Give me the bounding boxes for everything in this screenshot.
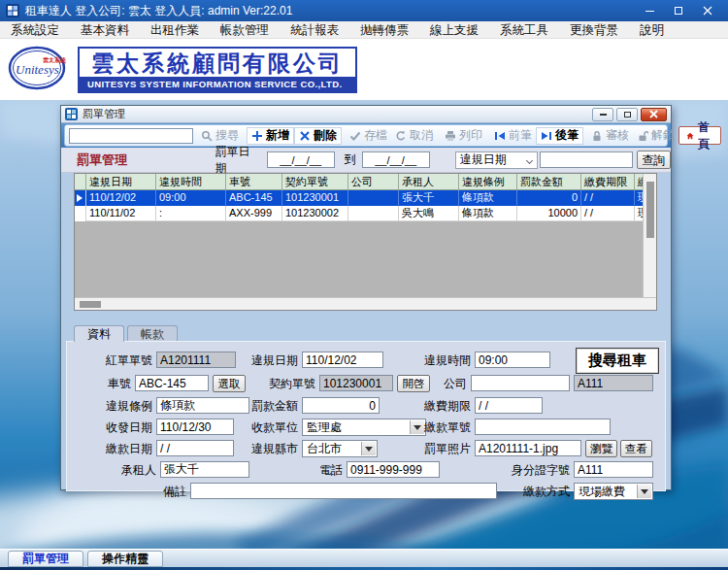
tab-data[interactable]: 資料 bbox=[74, 325, 124, 342]
next-record-button[interactable]: 後筆 bbox=[536, 127, 583, 145]
view-button[interactable]: 查看 bbox=[620, 440, 652, 457]
print-label: 列印 bbox=[459, 127, 482, 144]
violation-date-field[interactable] bbox=[302, 352, 383, 368]
col-car-no[interactable]: 車號 bbox=[226, 174, 282, 189]
car-field[interactable] bbox=[135, 375, 209, 391]
dialog-icon bbox=[65, 108, 78, 120]
filter-keyword-input[interactable] bbox=[540, 151, 633, 168]
col-pay-method[interactable]: 繳 bbox=[635, 174, 643, 189]
grid-corner-cell bbox=[75, 174, 86, 189]
receive-date-field[interactable] bbox=[156, 419, 234, 435]
scrollbar-thumb[interactable] bbox=[80, 301, 101, 308]
close-icon[interactable] bbox=[693, 0, 722, 21]
col-contract-no[interactable]: 契約單號 bbox=[282, 174, 348, 189]
id-label: 身分證字號 bbox=[504, 461, 570, 479]
app-icon bbox=[6, 4, 19, 17]
open-contract-button[interactable]: 開啓 bbox=[397, 375, 430, 392]
payment-no-field[interactable] bbox=[475, 419, 611, 435]
cancel-button[interactable]: 取消 bbox=[391, 127, 437, 145]
save-button[interactable]: 存檔 bbox=[346, 127, 391, 145]
previous-record-label: 前筆 bbox=[509, 127, 532, 144]
city-select[interactable]: 台北市 bbox=[302, 440, 378, 457]
menu-item-voucher-transfer[interactable]: 拋轉傳票 bbox=[349, 21, 419, 39]
menu-item-rental-operations[interactable]: 出租作業 bbox=[140, 21, 210, 39]
previous-record-button[interactable]: 前筆 bbox=[490, 127, 536, 145]
maximize-icon[interactable] bbox=[664, 0, 693, 21]
minimize-icon[interactable] bbox=[635, 0, 664, 21]
next-record-label: 後筆 bbox=[555, 127, 579, 144]
date-from-input[interactable] bbox=[267, 151, 335, 168]
dialog-close-icon[interactable] bbox=[641, 108, 667, 121]
col-company[interactable]: 公司 bbox=[348, 174, 399, 189]
city-value: 台北市 bbox=[307, 441, 342, 457]
company-banner: Unitesys 雲太系統 雲太系統顧問有限公司 UNITESYS SYSTEM… bbox=[0, 39, 728, 100]
menu-item-system-tools[interactable]: 系統工具 bbox=[489, 21, 559, 39]
chevron-down-icon bbox=[525, 156, 532, 163]
photo-label: 罰單照片 bbox=[397, 440, 471, 457]
dropdown-arrow-icon[interactable] bbox=[361, 442, 376, 455]
company-field[interactable] bbox=[471, 375, 570, 391]
add-label: 新增 bbox=[266, 127, 289, 144]
grid-header-row: 違規日期 違規時間 車號 契約單號 公司 承租人 違規條例 罰款金額 繳費期限 … bbox=[75, 174, 643, 190]
menu-item-system-settings[interactable]: 系統設定 bbox=[0, 21, 70, 39]
menu-item-basic-data[interactable]: 基本資料 bbox=[70, 21, 140, 39]
menu-item-online-support[interactable]: 線上支援 bbox=[419, 21, 489, 39]
menu-item-change-background[interactable]: 更換背景 bbox=[559, 21, 629, 39]
dropdown-arrow-icon[interactable] bbox=[637, 485, 651, 498]
contract-field[interactable] bbox=[319, 375, 393, 391]
agency-value: 監理處 bbox=[307, 419, 342, 436]
clause-label: 違規條例 bbox=[75, 397, 152, 415]
pay-date-field[interactable] bbox=[156, 440, 234, 456]
photo-field[interactable] bbox=[475, 440, 581, 456]
toolbar-search-input[interactable] bbox=[69, 128, 193, 144]
menu-item-help[interactable]: 說明 bbox=[629, 21, 675, 39]
table-row[interactable]: 110/11/02 : AXX-999 101230002 吳大鳴 條項款 10… bbox=[75, 206, 643, 221]
filter-field-select[interactable]: 違規日期 bbox=[455, 151, 538, 169]
table-row[interactable]: 110/12/02 09:00 ABC-145 101230001 張大千 條項… bbox=[75, 190, 643, 206]
delete-button[interactable]: 刪除 bbox=[294, 127, 342, 145]
menu-item-account-management[interactable]: 帳款管理 bbox=[210, 21, 280, 39]
home-icon bbox=[686, 130, 694, 142]
pay-method-select[interactable]: 現場繳費 bbox=[574, 483, 653, 500]
pick-car-button[interactable]: 選取 bbox=[213, 375, 246, 392]
taskbar-tab-wizard[interactable]: 操作精靈 bbox=[87, 551, 163, 567]
violation-time-field[interactable] bbox=[475, 352, 550, 368]
grid-vertical-scrollbar[interactable] bbox=[643, 174, 656, 297]
col-amount[interactable]: 罰款金額 bbox=[517, 174, 581, 189]
col-due-date[interactable]: 繳費期限 bbox=[581, 174, 635, 189]
company-label: 公司 bbox=[432, 375, 467, 392]
unlock-button[interactable]: 解鎖 bbox=[633, 127, 678, 145]
audit-button[interactable]: 審核 bbox=[587, 127, 633, 145]
col-violation-date[interactable]: 違規日期 bbox=[86, 174, 156, 189]
tab-account[interactable]: 帳款 bbox=[127, 325, 178, 342]
red-ticket-field[interactable] bbox=[156, 352, 236, 368]
note-field[interactable] bbox=[190, 483, 497, 499]
col-clause[interactable]: 違規條例 bbox=[459, 174, 517, 189]
filter-field-value: 違規日期 bbox=[460, 151, 507, 168]
grid-horizontal-scrollbar[interactable] bbox=[75, 297, 656, 310]
due-date-field[interactable] bbox=[475, 397, 543, 414]
id-field[interactable] bbox=[574, 461, 653, 478]
col-renter[interactable]: 承租人 bbox=[399, 174, 459, 189]
col-violation-time[interactable]: 違規時間 bbox=[156, 174, 226, 189]
date-to-input[interactable] bbox=[362, 151, 430, 168]
dialog-window-controls bbox=[592, 108, 667, 121]
search-button[interactable]: 搜尋 bbox=[197, 127, 243, 145]
scrollbar-thumb[interactable] bbox=[646, 182, 654, 238]
query-button[interactable]: 查詢 bbox=[637, 151, 671, 169]
print-button[interactable]: 列印 bbox=[441, 127, 486, 145]
renter-field[interactable] bbox=[160, 461, 249, 478]
browse-button[interactable]: 瀏覽 bbox=[585, 440, 617, 457]
phone-field[interactable] bbox=[347, 461, 440, 478]
dialog-maximize-icon[interactable] bbox=[616, 108, 638, 121]
amount-field[interactable] bbox=[302, 397, 380, 414]
menu-item-statistics-reports[interactable]: 統計報表 bbox=[280, 21, 349, 39]
company-code-field[interactable] bbox=[574, 375, 653, 391]
home-button[interactable]: 首頁 bbox=[678, 126, 721, 145]
dialog-minimize-icon[interactable] bbox=[592, 108, 613, 121]
note-label: 備註 bbox=[109, 483, 186, 500]
bottom-taskbar: 罰單管理 操作精靈 bbox=[0, 549, 728, 567]
add-button[interactable]: 新增 bbox=[247, 127, 294, 145]
contract-label: 契約單號 bbox=[249, 375, 315, 392]
taskbar-tab-ticket-management[interactable]: 罰單管理 bbox=[8, 551, 83, 567]
